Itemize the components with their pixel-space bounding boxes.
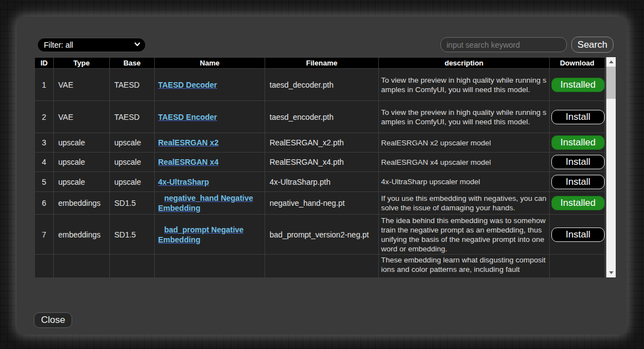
cell-name: bad_prompt Negative Embedding xyxy=(155,215,265,255)
cell-base: upscale xyxy=(110,153,155,172)
cell-type: VAE xyxy=(54,69,110,101)
cell-filename: taesd_decoder.pth xyxy=(265,69,379,101)
column-header-download: Download xyxy=(550,58,605,69)
model-table-body: 1VAETAESDTAESD Decodertaesd_decoder.pthT… xyxy=(35,69,605,278)
cell-filename xyxy=(265,255,379,278)
cell-type: embeddings xyxy=(54,192,110,215)
close-button[interactable]: Close xyxy=(34,312,72,328)
model-manager-dialog: Filter: all Search IDTypeBaseNameFilenam… xyxy=(17,17,627,335)
cell-download: Install xyxy=(550,101,605,133)
cell-type: upscale xyxy=(54,172,110,192)
table-row: 4upscaleupscaleRealESRGAN x4RealESRGAN_x… xyxy=(35,153,605,172)
installed-button[interactable]: Installed xyxy=(551,135,605,150)
cell-description: To view the preview in high quality whil… xyxy=(379,101,550,133)
column-header-filename: Filename xyxy=(265,58,379,69)
cell-download: Installed xyxy=(550,133,605,153)
table-row: 5upscaleupscale4x-UltraSharp4x-UltraShar… xyxy=(35,172,605,192)
column-header-name: Name xyxy=(155,58,265,69)
cell-download: Install xyxy=(550,172,605,192)
model-link[interactable]: negative_hand Negative Embedding xyxy=(158,193,263,213)
install-button[interactable]: Install xyxy=(551,227,605,242)
cell-description: To view the preview in high quality whil… xyxy=(379,69,550,101)
cell-filename: negative_hand-neg.pt xyxy=(265,192,379,215)
cell-download: Install xyxy=(550,215,605,255)
table-row: 6embeddingsSD1.5negative_hand Negative E… xyxy=(35,192,605,215)
cell-base xyxy=(110,255,155,278)
table-row: 7embeddingsSD1.5bad_prompt Negative Embe… xyxy=(35,215,605,255)
install-button[interactable]: Install xyxy=(551,175,605,189)
cell-filename: taesd_encoder.pth xyxy=(265,101,379,133)
cell-filename: 4x-UltraSharp.pth xyxy=(265,172,379,192)
search-input[interactable] xyxy=(440,37,567,52)
table-row: 2VAETAESDTAESD Encodertaesd_encoder.pthT… xyxy=(35,101,605,133)
cell-description: These embedding learn what disgusting co… xyxy=(379,255,550,278)
scroll-up-icon[interactable] xyxy=(606,57,616,67)
filter-dropdown-wrap: Filter: all xyxy=(37,38,146,52)
table-scrollbar[interactable] xyxy=(606,57,616,277)
install-button[interactable]: Install xyxy=(551,110,605,124)
cell-name: 4x-UltraSharp xyxy=(155,172,265,192)
model-link[interactable]: 4x-UltraSharp xyxy=(158,178,209,186)
table-row: These embedding learn what disgusting co… xyxy=(35,255,605,278)
cell-id xyxy=(35,255,54,278)
model-link[interactable]: TAESD Decoder xyxy=(158,80,217,89)
cell-base: SD1.5 xyxy=(110,192,155,215)
cell-id: 5 xyxy=(35,172,54,192)
cell-download xyxy=(550,255,605,278)
table-row: 1VAETAESDTAESD Decodertaesd_decoder.pthT… xyxy=(35,69,605,101)
table-row: 3upscaleupscaleRealESRGAN x2RealESRGAN_x… xyxy=(35,133,605,153)
cell-base: SD1.5 xyxy=(110,215,155,255)
model-link[interactable]: bad_prompt Negative Embedding xyxy=(158,225,263,245)
node-editor-canvas: Filter: all Search IDTypeBaseNameFilenam… xyxy=(0,0,644,349)
cell-type: upscale xyxy=(54,153,110,172)
cell-description: 4x-UltraSharp upscaler model xyxy=(379,172,550,192)
filter-select[interactable]: Filter: all xyxy=(37,38,146,52)
cell-id: 4 xyxy=(35,153,54,172)
cell-type xyxy=(54,255,110,278)
cell-base: TAESD xyxy=(110,69,155,101)
cell-description: RealESRGAN x4 upscaler model xyxy=(379,153,550,172)
model-table: IDTypeBaseNameFilenamedescriptionDownloa… xyxy=(34,57,605,277)
cell-type: upscale xyxy=(54,133,110,153)
cell-name: TAESD Encoder xyxy=(155,101,265,133)
cell-description: If you use this embedding with negatives… xyxy=(379,192,550,215)
cell-download: Install xyxy=(550,153,605,172)
cell-id: 6 xyxy=(35,192,54,215)
model-link[interactable]: RealESRGAN x2 xyxy=(158,138,219,147)
cell-base: TAESD xyxy=(110,101,155,133)
cell-id: 3 xyxy=(35,133,54,153)
cell-filename: RealESRGAN_x2.pth xyxy=(265,133,379,153)
installed-button[interactable]: Installed xyxy=(551,196,605,210)
cell-name xyxy=(155,255,265,278)
cell-id: 1 xyxy=(35,69,54,101)
cell-name: TAESD Decoder xyxy=(155,69,265,101)
cell-base: upscale xyxy=(110,172,155,192)
cell-name: RealESRGAN x4 xyxy=(155,153,265,172)
column-header-type: Type xyxy=(54,58,110,69)
cell-type: embeddings xyxy=(54,215,110,255)
search-button[interactable]: Search xyxy=(571,37,613,53)
scrollbar-thumb[interactable] xyxy=(606,67,616,99)
cell-description: The idea behind this embedding was to so… xyxy=(379,215,550,255)
column-header-base: Base xyxy=(110,58,155,69)
cell-download: Installed xyxy=(550,69,605,101)
cell-filename: bad_prompt_version2-neg.pt xyxy=(265,215,379,255)
column-header-description: description xyxy=(379,58,550,69)
model-link[interactable]: RealESRGAN x4 xyxy=(158,158,219,166)
install-button[interactable]: Install xyxy=(551,155,605,169)
cell-id: 7 xyxy=(35,215,54,255)
scroll-down-icon[interactable] xyxy=(606,268,616,277)
cell-download: Installed xyxy=(550,192,605,215)
cell-description: RealESRGAN x2 upscaler model xyxy=(379,133,550,153)
table-header-row: IDTypeBaseNameFilenamedescriptionDownloa… xyxy=(35,58,605,69)
cell-name: negative_hand Negative Embedding xyxy=(155,192,265,215)
model-link[interactable]: TAESD Encoder xyxy=(158,113,217,122)
cell-id: 2 xyxy=(35,101,54,133)
column-header-id: ID xyxy=(35,58,54,69)
model-table-viewport: IDTypeBaseNameFilenamedescriptionDownloa… xyxy=(34,57,616,277)
cell-base: upscale xyxy=(110,133,155,153)
cell-name: RealESRGAN x2 xyxy=(155,133,265,153)
cell-type: VAE xyxy=(54,101,110,133)
cell-filename: RealESRGAN_x4.pth xyxy=(265,153,379,172)
installed-button[interactable]: Installed xyxy=(551,78,605,92)
